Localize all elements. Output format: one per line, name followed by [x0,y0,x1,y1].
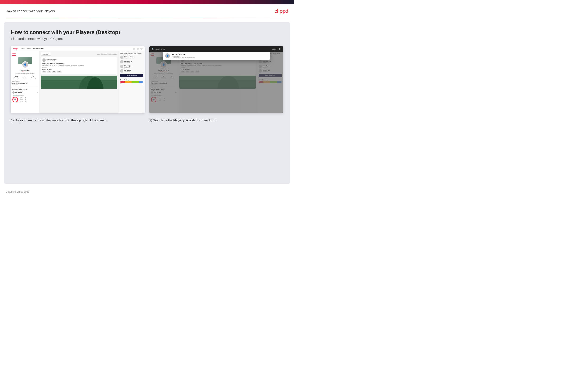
player3-avatar [120,65,123,68]
page-title: How to connect with your Players [6,9,55,13]
quality-score: 84 [12,97,18,102]
activity-title: Pre Tournament Course Walk [42,63,116,64]
player-perf-title: Player Performance [12,89,38,90]
search-icon-nav [133,47,135,50]
active-players-title: Most Active Players - Last 30 days [120,53,143,54]
nav-my-performance: My Performance [33,48,44,49]
tag-app: APP [47,71,51,73]
search-bar-overlay: 🔍 Marcus Turner CLEAR × [149,46,283,52]
followers-count: 3 [23,75,27,77]
player4-avatar [120,69,123,73]
screenshot-1: clippd Home Teams My Performance [11,46,145,113]
active-player-2: Piers Parnell Activities: 4 [120,60,143,64]
nav-teams: Teams [26,48,31,49]
main-subtitle: Find and connect with your Players [11,37,283,41]
activities-count: 129 [14,75,18,77]
following-count: 4 [31,75,36,77]
result-name: Marcus Turner [172,53,195,55]
following-row: Following ▼ Control who can see your act… [41,53,117,56]
header: How to connect with your Players clippd [0,4,294,18]
activity-image [41,76,117,89]
quality-label: Total Player Quality ⓘ [12,95,38,96]
player-select: Eli Vincent ▼ [12,91,38,94]
player-select-name: Eli Vincent [16,92,22,93]
result-location: Cypress Point Club, United Kingdom [172,57,195,58]
instruction-2: 2) Search for the Player you wish to con… [149,118,283,123]
instruction-2-text: 2) Search for the Player you wish to con… [149,118,283,123]
app-left-panel: Feed 👤 Blair McHarg Golf Coach Mill Ride… [11,51,39,113]
heatmap-bar [120,81,143,83]
feed-tab: Feed [12,53,16,56]
followers-label: Followers [23,77,27,79]
app-nav-icons [133,47,143,50]
activities-label: Activities [14,77,18,79]
search-icon-overlay: 🔍 [152,48,154,50]
result-info: Marcus Turner 1-5 Handicap Cypress Point… [172,53,195,58]
tag-arg: ARG [52,71,56,73]
screenshots-row: clippd Home Teams My Performance [11,46,283,113]
following-label: Following [31,77,36,79]
tag-ott: OTT [42,71,46,73]
tag-putt: PUTT [57,71,61,73]
header-divider [6,18,288,18]
result-avatar: 👤 [165,54,170,58]
player2-avatar [120,60,123,64]
activity-desc: Walking the course with my coach to buil… [42,65,116,66]
activity-tags: OTT APP ARG PUTT [42,71,116,73]
team-dashboard-button[interactable]: Team Dashboard [120,74,143,77]
search-input-text: Marcus Turner [156,48,271,50]
top-bar [0,0,294,4]
active-player-1: Richard Butler Activities: 7 [120,56,143,59]
profile-stats: 129 Activities 3 Followers 4 Following [12,75,38,79]
player-select-arrow-icon: ▼ [36,92,38,93]
activity-duration-label: Duration [42,67,116,68]
main-content: How to connect with your Players (Deskto… [4,22,290,184]
instruction-1-text: 1) On your Feed, click on the search ico… [11,118,145,123]
settings-icon-nav [140,47,143,50]
screenshot-2: clippd Home Teams My Performance Feed [149,46,283,113]
player-performance-section: Player Performance Eli Vincent ▼ Total P… [12,87,38,102]
control-link[interactable]: Control who can see your activity and da… [97,54,117,55]
quality-bars: OTT 79 APP 70 [20,97,27,102]
profile-club: Mill Ride Golf Club, United Kingdom [12,73,38,74]
active-player-3: Hiral Pujara Activities: 3 [120,65,143,68]
activity-card: Richard Butler Yesterday · The Grove Pre… [41,57,117,74]
clear-button[interactable]: CLEAR [272,48,276,50]
activity-user-sub: Yesterday · The Grove [46,60,57,62]
app-nav-links: Home Teams My Performance [21,48,44,49]
activity-duration: 02 hr : 00 min [42,69,116,70]
svg-rect-1 [41,80,117,89]
following-button[interactable]: Following ▼ [41,53,51,56]
app-right-panel: Most Active Players - Last 30 days Richa… [119,51,145,113]
user-icon-nav [137,47,139,50]
instruction-1: 1) On your Feed, click on the search ico… [11,118,145,123]
copyright-text: Copyright Clippd 2022 [6,190,29,193]
profile-card: 👤 Blair McHarg Golf Coach Mill Ride Golf… [12,57,38,79]
app-middle-panel: Following ▼ Control who can see your act… [39,51,119,113]
app-ui-1: clippd Home Teams My Performance [11,46,145,113]
profile-name: Blair McHarg [12,69,38,71]
footer: Copyright Clippd 2022 [0,188,294,196]
close-icon[interactable]: × [279,47,281,51]
player-avatar [12,91,15,94]
team-heatmap-title: Team Heatmap [120,79,143,81]
logo: clippd [274,8,288,14]
search-result-dropdown: 👤 Marcus Turner 1-5 Handicap Cypress Poi… [163,52,270,60]
main-title: How to connect with your Players (Deskto… [11,29,283,36]
active-player-4: Eli Vincent Activities: 1 [120,69,143,73]
app-body-1: Feed 👤 Blair McHarg Golf Coach Mill Ride… [11,51,145,113]
player1-avatar [120,56,123,59]
nav-home: Home [21,48,25,49]
activity-user-avatar [42,58,46,62]
instructions-row: 1) On your Feed, click on the search ico… [11,118,283,123]
search-result-item[interactable]: 👤 Marcus Turner 1-5 Handicap Cypress Poi… [163,52,270,60]
app-nav-logo: clippd [13,48,18,50]
activity-user-name: Richard Butler [46,59,57,60]
latest-activity-section: Latest Activity Afternoon round of golf … [12,81,38,85]
app-nav-1: clippd Home Teams My Performance [11,46,145,51]
